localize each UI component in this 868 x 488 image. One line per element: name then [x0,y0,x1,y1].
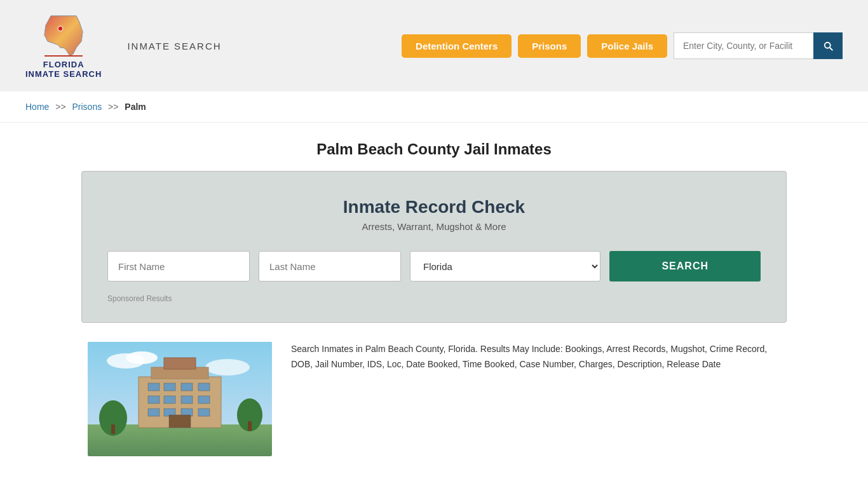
svg-rect-13 [198,383,210,391]
svg-rect-11 [164,383,175,391]
record-check-title: Inmate Record Check [107,197,761,217]
record-check-subtitle: Arrests, Warrant, Mugshot & More [107,221,761,232]
breadcrumb-home[interactable]: Home [25,102,49,112]
svg-rect-26 [111,424,115,434]
svg-point-7 [205,359,250,376]
description-text: Search Inmates in Palm Beach County, Flo… [291,342,780,372]
facility-search-button[interactable] [813,32,843,59]
facility-search-input[interactable] [674,32,813,59]
svg-point-2 [58,26,63,31]
facility-image-inner [88,342,272,456]
logo-area: FLORIDA INMATE SEARCH [25,13,102,79]
svg-rect-21 [198,409,210,416]
last-name-input[interactable] [259,251,401,281]
breadcrumb: Home >> Prisons >> Palm [0,92,868,123]
record-check-box: Inmate Record Check Arrests, Warrant, Mu… [81,171,787,323]
svg-rect-12 [181,383,193,391]
prisons-button[interactable]: Prisons [518,34,581,58]
main-nav: Detention Centers Prisons Police Jails [402,32,843,59]
svg-point-6 [126,351,158,364]
state-select[interactable]: AlabamaAlaskaArizonaArkansasCaliforniaCo… [410,251,600,281]
first-name-input[interactable] [107,251,250,281]
inmate-search-form: AlabamaAlaskaArizonaArkansasCaliforniaCo… [107,251,761,281]
logo-text-line2: INMATE SEARCH [25,69,102,79]
facility-image [88,342,272,456]
logo-text-line1: FLORIDA [43,60,85,69]
detention-centers-button[interactable]: Detention Centers [402,34,512,58]
svg-rect-23 [164,358,196,369]
breadcrumb-current: Palm [125,102,146,112]
police-jails-button[interactable]: Police Jails [587,34,667,58]
svg-marker-1 [44,16,83,56]
site-header: FLORIDA INMATE SEARCH INMATE SEARCH Dete… [0,0,868,92]
facility-search-bar [674,32,843,59]
svg-rect-14 [148,396,159,403]
svg-rect-10 [148,383,159,391]
svg-rect-15 [164,396,175,403]
breadcrumb-sep1: >> [55,102,65,112]
site-subtitle: INMATE SEARCH [127,41,221,51]
svg-rect-18 [148,409,159,416]
breadcrumb-sep2: >> [108,102,118,112]
bottom-section: Search Inmates in Palm Beach County, Flo… [81,342,787,456]
breadcrumb-prisons[interactable]: Prisons [72,102,102,112]
svg-rect-24 [169,415,191,428]
svg-rect-28 [248,421,252,431]
sponsored-label: Sponsored Results [107,294,761,303]
logo-image [38,13,89,57]
search-button[interactable]: SEARCH [609,251,761,281]
page-title: Palm Beach County Jail Inmates [0,140,868,158]
svg-rect-17 [198,396,210,403]
search-icon [822,40,834,51]
svg-rect-16 [181,396,193,403]
